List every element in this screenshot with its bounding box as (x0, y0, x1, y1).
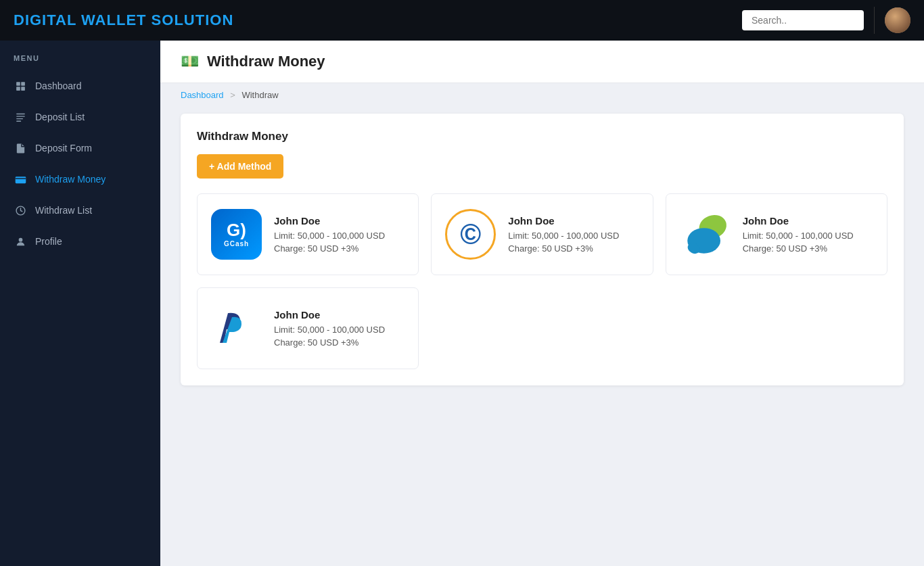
svg-rect-7 (16, 120, 21, 121)
methods-grid-bottom: John Doe Limit: 50,000 - 100,000 USD Cha… (197, 287, 887, 369)
sidebar-label-deposit-list: Deposit List (35, 112, 85, 122)
header-right (742, 7, 910, 34)
sidebar-item-dashboard[interactable]: Dashboard (0, 70, 160, 101)
add-method-button[interactable]: + Add Method (197, 154, 283, 179)
sidebar-item-profile[interactable]: Profile (0, 226, 160, 257)
avatar[interactable] (885, 7, 910, 33)
gcash-info: John Doe Limit: 50,000 - 100,000 USD Cha… (274, 215, 405, 254)
method-card-gcash[interactable]: G) GCash John Doe Limit: 50,000 - 100,00… (197, 193, 419, 275)
paypal-logo (211, 303, 262, 354)
withdraw-money-icon (14, 172, 27, 186)
svg-rect-8 (15, 176, 26, 183)
add-method-label: + Add Method (209, 161, 271, 172)
gcash-charge: Charge: 50 USD +3% (274, 243, 405, 254)
paypal-limit: Limit: 50,000 - 100,000 USD (274, 325, 405, 335)
coinbase-info: John Doe Limit: 50,000 - 100,000 USD Cha… (508, 215, 639, 254)
method-card-paypal[interactable]: John Doe Limit: 50,000 - 100,000 USD Cha… (197, 287, 419, 369)
chat-info: John Doe Limit: 50,000 - 100,000 USD Cha… (743, 215, 873, 254)
method-card-chat[interactable]: John Doe Limit: 50,000 - 100,000 USD Cha… (666, 193, 887, 275)
chat-charge: Charge: 50 USD +3% (743, 243, 873, 254)
paypal-info: John Doe Limit: 50,000 - 100,000 USD Cha… (274, 309, 405, 348)
sidebar-label-deposit-form: Deposit Form (35, 143, 92, 154)
coinbase-charge: Charge: 50 USD +3% (508, 243, 639, 254)
svg-rect-5 (16, 116, 25, 116)
gcash-g-letter: G) (227, 221, 246, 239)
dashboard-icon (14, 79, 27, 93)
header-divider (874, 7, 875, 34)
coinbase-name: John Doe (508, 215, 639, 227)
breadcrumb-separator: > (230, 90, 235, 100)
page-title: Withdraw Money (207, 53, 325, 70)
paypal-svg (214, 306, 258, 350)
sidebar-label-withdraw-money: Withdraw Money (35, 174, 106, 185)
card-title: Withdraw Money (197, 130, 887, 143)
sidebar-item-withdraw-list[interactable]: Withdraw List (0, 195, 160, 226)
profile-icon (14, 235, 27, 248)
svg-rect-2 (16, 87, 20, 91)
sidebar-label-dashboard: Dashboard (35, 80, 82, 91)
gcash-name: John Doe (274, 215, 405, 227)
deposit-form-icon (14, 141, 27, 155)
coinbase-limit: Limit: 50,000 - 100,000 USD (508, 231, 639, 241)
breadcrumb: Dashboard > Withdraw (160, 83, 924, 107)
page-title-icon: 💵 (181, 53, 199, 70)
app-logo: DIGITAL WALLET SOLUTION (14, 11, 233, 29)
coinbase-c-letter: © (460, 218, 481, 251)
paypal-name: John Doe (274, 309, 405, 321)
gcash-logo: G) GCash (211, 209, 262, 260)
svg-rect-1 (21, 82, 25, 86)
avatar-image (885, 7, 910, 33)
breadcrumb-home[interactable]: Dashboard (181, 90, 224, 100)
svg-point-11 (18, 237, 22, 241)
header: DIGITAL WALLET SOLUTION (0, 0, 924, 41)
search-input[interactable] (742, 10, 864, 30)
chat-limit: Limit: 50,000 - 100,000 USD (743, 231, 873, 241)
chat-logo (680, 209, 731, 260)
methods-grid-top: G) GCash John Doe Limit: 50,000 - 100,00… (197, 193, 887, 275)
method-card-coinbase[interactable]: © John Doe Limit: 50,000 - 100,000 USD C… (431, 193, 653, 275)
chat-svg (680, 209, 731, 260)
svg-rect-6 (16, 118, 23, 118)
svg-rect-4 (16, 113, 25, 114)
sidebar-item-deposit-form[interactable]: Deposit Form (0, 133, 160, 164)
sidebar: MENU Dashboard Deposit List Deposit Form… (0, 41, 160, 566)
paypal-charge: Charge: 50 USD +3% (274, 337, 405, 348)
page-header: 💵 Withdraw Money (160, 41, 924, 83)
svg-rect-3 (21, 87, 25, 91)
sidebar-menu-label: MENU (0, 54, 160, 70)
sidebar-item-deposit-list[interactable]: Deposit List (0, 101, 160, 133)
sidebar-label-profile: Profile (35, 236, 62, 247)
layout: MENU Dashboard Deposit List Deposit Form… (0, 41, 924, 566)
sidebar-item-withdraw-money[interactable]: Withdraw Money (0, 164, 160, 195)
chat-name: John Doe (743, 215, 873, 227)
deposit-list-icon (14, 110, 27, 124)
gcash-label-text: GCash (224, 240, 249, 247)
svg-rect-0 (16, 82, 20, 86)
sidebar-label-withdraw-list: Withdraw List (35, 205, 92, 216)
main-content: 💵 Withdraw Money Dashboard > Withdraw Wi… (160, 41, 924, 566)
coinbase-logo: © (445, 209, 496, 260)
withdraw-list-icon (14, 204, 27, 217)
breadcrumb-current: Withdraw (241, 90, 278, 100)
content-card: Withdraw Money + Add Method G) GCash Joh… (181, 114, 904, 385)
gcash-limit: Limit: 50,000 - 100,000 USD (274, 231, 405, 241)
